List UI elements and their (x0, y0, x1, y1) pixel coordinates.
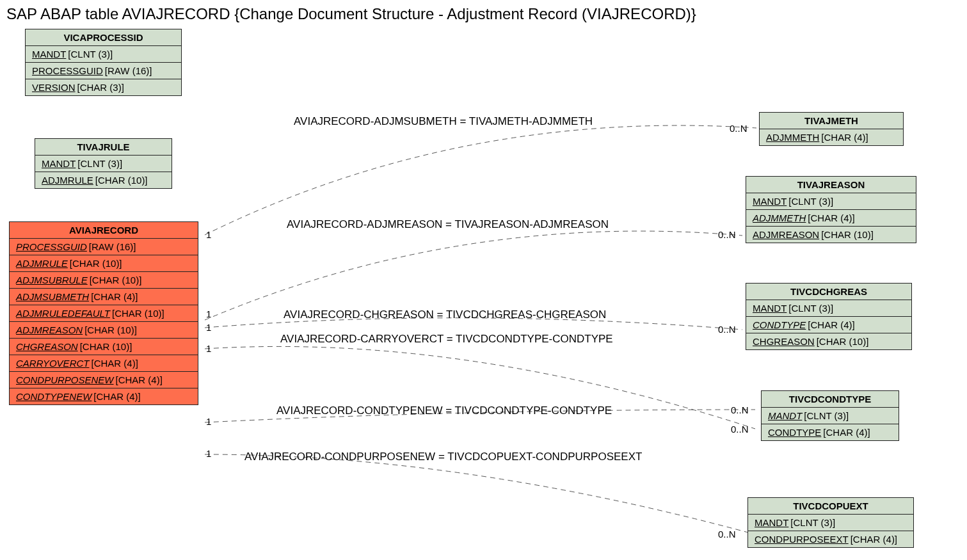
entity-vicaprocessid: VICAPROCESSID MANDT[CLNT (3)] PROCESSGUI… (25, 29, 182, 96)
field-row: CARRYOVERCT[CHAR (4)] (10, 355, 198, 372)
field-row: MANDT[CLNT (3)] (748, 515, 913, 531)
field-row: CHGREASON[CHAR (10)] (746, 333, 911, 349)
field-row: MANDT[CLNT (3)] (746, 300, 911, 317)
cardinality: 0..N (718, 229, 736, 240)
cardinality: 1 (206, 229, 211, 240)
entity-tivajreason: TIVAJREASON MANDT[CLNT (3)] ADJMMETH[CHA… (746, 176, 916, 243)
entity-header: TIVCDCHGREAS (746, 284, 911, 300)
diagram-title: SAP ABAP table AVIAJRECORD {Change Docum… (6, 5, 696, 23)
relation-label: AVIAJRECORD-CONDTYPENEW = TIVCDCONDTYPE-… (276, 404, 612, 417)
field-row: CONDPURPOSENEW[CHAR (4)] (10, 372, 198, 388)
field-row: ADJMRULE[CHAR (10)] (35, 172, 172, 188)
entity-tivajmeth: TIVAJMETH ADJMMETH[CHAR (4)] (759, 112, 904, 146)
cardinality: 0..N (731, 404, 749, 415)
entity-header: TIVAJMETH (760, 113, 903, 129)
relation-label: AVIAJRECORD-CONDPURPOSENEW = TIVCDCOPUEX… (244, 451, 642, 463)
entity-header: TIVAJRULE (35, 139, 172, 156)
field-row: ADJMREASON[CHAR (10)] (10, 322, 198, 339)
field-row: ADJMRULEDEFAULT[CHAR (10)] (10, 305, 198, 322)
relation-label: AVIAJRECORD-CARRYOVERCT = TIVCDCONDTYPE-… (280, 333, 613, 346)
field-row: ADJMMETH[CHAR (4)] (760, 129, 903, 145)
field-row: MANDT[CLNT (3)] (35, 156, 172, 172)
field-row: CONDPURPOSEEXT[CHAR (4)] (748, 531, 913, 547)
relation-label: AVIAJRECORD-ADJMSUBMETH = TIVAJMETH-ADJM… (294, 115, 593, 128)
cardinality: 0..N (730, 123, 747, 134)
cardinality: 1 (206, 448, 211, 459)
field-row: VERSION[CHAR (3)] (26, 79, 181, 95)
entity-tivcdcondtype: TIVCDCONDTYPE MANDT[CLNT (3)] CONDTYPE[C… (761, 390, 899, 441)
entity-tivcdcopuext: TIVCDCOPUEXT MANDT[CLNT (3)] CONDPURPOSE… (747, 497, 914, 548)
entity-header: VICAPROCESSID (26, 29, 181, 46)
entity-header: TIVAJREASON (746, 177, 916, 193)
field-row: MANDT[CLNT (3)] (26, 46, 181, 63)
field-row: ADJMSUBRULE[CHAR (10)] (10, 272, 198, 289)
field-row: ADJMMETH[CHAR (4)] (746, 210, 916, 227)
entity-tivajrule: TIVAJRULE MANDT[CLNT (3)] ADJMRULE[CHAR … (35, 138, 172, 189)
entity-header: TIVCDCOPUEXT (748, 498, 913, 515)
field-row: CONDTYPENEW[CHAR (4)] (10, 388, 198, 404)
cardinality: 1 (206, 308, 211, 319)
relation-label: AVIAJRECORD-CHGREASON = TIVCDCHGREAS-CHG… (284, 308, 606, 321)
cardinality: 0..N (731, 424, 749, 435)
cardinality: 0..N (718, 324, 736, 335)
field-row: ADJMSUBMETH[CHAR (4)] (10, 289, 198, 305)
entity-tivcdchgreas: TIVCDCHGREAS MANDT[CLNT (3)] CONDTYPE[CH… (746, 283, 912, 350)
field-row: ADJMRULE[CHAR (10)] (10, 255, 198, 272)
field-row: MANDT[CLNT (3)] (762, 408, 899, 424)
field-row: ADJMREASON[CHAR (10)] (746, 227, 916, 243)
field-row: MANDT[CLNT (3)] (746, 193, 916, 210)
relation-label: AVIAJRECORD-ADJMREASON = TIVAJREASON-ADJ… (287, 218, 609, 231)
cardinality: 1 (206, 343, 211, 354)
cardinality: 1 (206, 322, 211, 333)
field-row: PROCESSGUID[RAW (16)] (10, 239, 198, 255)
field-row: CONDTYPE[CHAR (4)] (762, 424, 899, 440)
field-row: CONDTYPE[CHAR (4)] (746, 317, 911, 333)
entity-aviajrecord: AVIAJRECORD PROCESSGUID[RAW (16)] ADJMRU… (9, 221, 198, 405)
entity-header: AVIAJRECORD (10, 222, 198, 239)
entity-header: TIVCDCONDTYPE (762, 391, 899, 408)
cardinality: 1 (206, 416, 211, 427)
field-row: CHGREASON[CHAR (10)] (10, 339, 198, 355)
field-row: PROCESSGUID[RAW (16)] (26, 63, 181, 79)
cardinality: 0..N (718, 529, 736, 540)
